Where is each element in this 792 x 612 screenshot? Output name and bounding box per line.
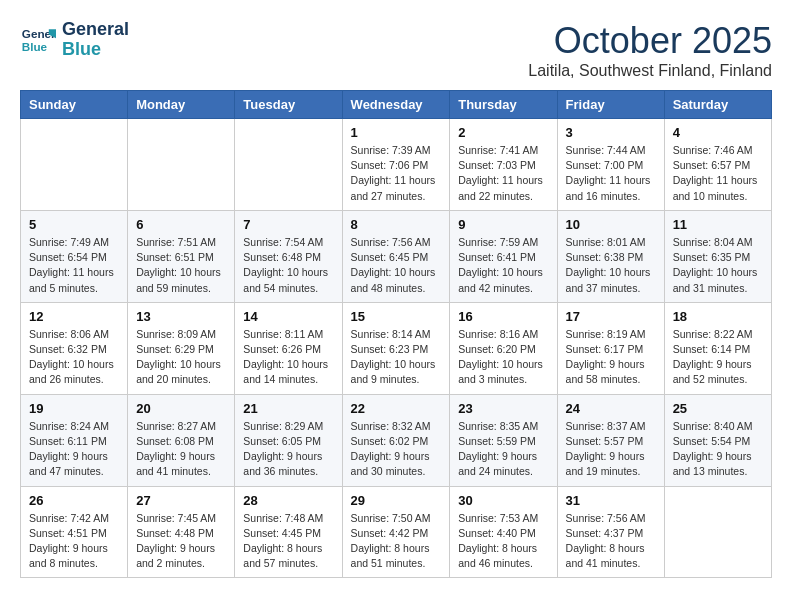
day-info: Sunrise: 7:44 AM Sunset: 7:00 PM Dayligh… xyxy=(566,143,656,204)
day-cell: 15Sunrise: 8:14 AM Sunset: 6:23 PM Dayli… xyxy=(342,302,450,394)
day-number: 24 xyxy=(566,401,656,416)
day-cell: 16Sunrise: 8:16 AM Sunset: 6:20 PM Dayli… xyxy=(450,302,557,394)
day-number: 11 xyxy=(673,217,763,232)
day-cell: 21Sunrise: 8:29 AM Sunset: 6:05 PM Dayli… xyxy=(235,394,342,486)
day-number: 4 xyxy=(673,125,763,140)
day-info: Sunrise: 7:50 AM Sunset: 4:42 PM Dayligh… xyxy=(351,511,442,572)
day-cell: 26Sunrise: 7:42 AM Sunset: 4:51 PM Dayli… xyxy=(21,486,128,578)
day-number: 3 xyxy=(566,125,656,140)
calendar-header-row: SundayMondayTuesdayWednesdayThursdayFrid… xyxy=(21,91,772,119)
day-number: 27 xyxy=(136,493,226,508)
day-number: 28 xyxy=(243,493,333,508)
day-info: Sunrise: 8:24 AM Sunset: 6:11 PM Dayligh… xyxy=(29,419,119,480)
svg-text:Blue: Blue xyxy=(22,40,48,53)
day-info: Sunrise: 8:37 AM Sunset: 5:57 PM Dayligh… xyxy=(566,419,656,480)
day-number: 26 xyxy=(29,493,119,508)
day-number: 14 xyxy=(243,309,333,324)
day-number: 16 xyxy=(458,309,548,324)
day-cell xyxy=(21,119,128,211)
day-cell: 9Sunrise: 7:59 AM Sunset: 6:41 PM Daylig… xyxy=(450,210,557,302)
day-info: Sunrise: 8:40 AM Sunset: 5:54 PM Dayligh… xyxy=(673,419,763,480)
logo-text-general: General xyxy=(62,20,129,40)
day-info: Sunrise: 7:56 AM Sunset: 6:45 PM Dayligh… xyxy=(351,235,442,296)
week-row-5: 26Sunrise: 7:42 AM Sunset: 4:51 PM Dayli… xyxy=(21,486,772,578)
day-info: Sunrise: 7:39 AM Sunset: 7:06 PM Dayligh… xyxy=(351,143,442,204)
day-number: 1 xyxy=(351,125,442,140)
day-info: Sunrise: 7:59 AM Sunset: 6:41 PM Dayligh… xyxy=(458,235,548,296)
day-info: Sunrise: 8:09 AM Sunset: 6:29 PM Dayligh… xyxy=(136,327,226,388)
day-info: Sunrise: 8:29 AM Sunset: 6:05 PM Dayligh… xyxy=(243,419,333,480)
day-cell: 5Sunrise: 7:49 AM Sunset: 6:54 PM Daylig… xyxy=(21,210,128,302)
header-thursday: Thursday xyxy=(450,91,557,119)
day-info: Sunrise: 8:22 AM Sunset: 6:14 PM Dayligh… xyxy=(673,327,763,388)
day-cell: 2Sunrise: 7:41 AM Sunset: 7:03 PM Daylig… xyxy=(450,119,557,211)
day-number: 29 xyxy=(351,493,442,508)
header-monday: Monday xyxy=(128,91,235,119)
day-info: Sunrise: 7:49 AM Sunset: 6:54 PM Dayligh… xyxy=(29,235,119,296)
header-wednesday: Wednesday xyxy=(342,91,450,119)
day-cell: 29Sunrise: 7:50 AM Sunset: 4:42 PM Dayli… xyxy=(342,486,450,578)
day-cell: 7Sunrise: 7:54 AM Sunset: 6:48 PM Daylig… xyxy=(235,210,342,302)
day-cell: 14Sunrise: 8:11 AM Sunset: 6:26 PM Dayli… xyxy=(235,302,342,394)
day-number: 10 xyxy=(566,217,656,232)
day-cell xyxy=(664,486,771,578)
day-cell: 10Sunrise: 8:01 AM Sunset: 6:38 PM Dayli… xyxy=(557,210,664,302)
day-number: 23 xyxy=(458,401,548,416)
day-info: Sunrise: 7:51 AM Sunset: 6:51 PM Dayligh… xyxy=(136,235,226,296)
week-row-4: 19Sunrise: 8:24 AM Sunset: 6:11 PM Dayli… xyxy=(21,394,772,486)
header-sunday: Sunday xyxy=(21,91,128,119)
day-info: Sunrise: 7:45 AM Sunset: 4:48 PM Dayligh… xyxy=(136,511,226,572)
day-number: 17 xyxy=(566,309,656,324)
day-number: 31 xyxy=(566,493,656,508)
day-number: 8 xyxy=(351,217,442,232)
logo: General Blue General Blue xyxy=(20,20,129,60)
day-info: Sunrise: 8:04 AM Sunset: 6:35 PM Dayligh… xyxy=(673,235,763,296)
day-cell: 6Sunrise: 7:51 AM Sunset: 6:51 PM Daylig… xyxy=(128,210,235,302)
day-cell xyxy=(235,119,342,211)
day-info: Sunrise: 7:53 AM Sunset: 4:40 PM Dayligh… xyxy=(458,511,548,572)
day-cell: 30Sunrise: 7:53 AM Sunset: 4:40 PM Dayli… xyxy=(450,486,557,578)
week-row-2: 5Sunrise: 7:49 AM Sunset: 6:54 PM Daylig… xyxy=(21,210,772,302)
day-cell: 28Sunrise: 7:48 AM Sunset: 4:45 PM Dayli… xyxy=(235,486,342,578)
day-number: 15 xyxy=(351,309,442,324)
day-info: Sunrise: 8:01 AM Sunset: 6:38 PM Dayligh… xyxy=(566,235,656,296)
day-cell: 12Sunrise: 8:06 AM Sunset: 6:32 PM Dayli… xyxy=(21,302,128,394)
day-cell: 3Sunrise: 7:44 AM Sunset: 7:00 PM Daylig… xyxy=(557,119,664,211)
day-cell: 22Sunrise: 8:32 AM Sunset: 6:02 PM Dayli… xyxy=(342,394,450,486)
day-cell: 11Sunrise: 8:04 AM Sunset: 6:35 PM Dayli… xyxy=(664,210,771,302)
day-cell: 19Sunrise: 8:24 AM Sunset: 6:11 PM Dayli… xyxy=(21,394,128,486)
day-info: Sunrise: 7:41 AM Sunset: 7:03 PM Dayligh… xyxy=(458,143,548,204)
day-info: Sunrise: 7:54 AM Sunset: 6:48 PM Dayligh… xyxy=(243,235,333,296)
day-info: Sunrise: 7:48 AM Sunset: 4:45 PM Dayligh… xyxy=(243,511,333,572)
day-number: 21 xyxy=(243,401,333,416)
day-number: 25 xyxy=(673,401,763,416)
page-header: General Blue General Blue October 2025 L… xyxy=(20,20,772,80)
day-number: 5 xyxy=(29,217,119,232)
day-number: 30 xyxy=(458,493,548,508)
day-info: Sunrise: 7:42 AM Sunset: 4:51 PM Dayligh… xyxy=(29,511,119,572)
day-cell: 18Sunrise: 8:22 AM Sunset: 6:14 PM Dayli… xyxy=(664,302,771,394)
day-cell: 27Sunrise: 7:45 AM Sunset: 4:48 PM Dayli… xyxy=(128,486,235,578)
day-cell: 23Sunrise: 8:35 AM Sunset: 5:59 PM Dayli… xyxy=(450,394,557,486)
day-cell: 17Sunrise: 8:19 AM Sunset: 6:17 PM Dayli… xyxy=(557,302,664,394)
day-info: Sunrise: 8:14 AM Sunset: 6:23 PM Dayligh… xyxy=(351,327,442,388)
day-number: 13 xyxy=(136,309,226,324)
header-friday: Friday xyxy=(557,91,664,119)
day-cell: 24Sunrise: 8:37 AM Sunset: 5:57 PM Dayli… xyxy=(557,394,664,486)
day-cell: 1Sunrise: 7:39 AM Sunset: 7:06 PM Daylig… xyxy=(342,119,450,211)
week-row-1: 1Sunrise: 7:39 AM Sunset: 7:06 PM Daylig… xyxy=(21,119,772,211)
day-cell: 20Sunrise: 8:27 AM Sunset: 6:08 PM Dayli… xyxy=(128,394,235,486)
day-cell: 13Sunrise: 8:09 AM Sunset: 6:29 PM Dayli… xyxy=(128,302,235,394)
calendar-table: SundayMondayTuesdayWednesdayThursdayFrid… xyxy=(20,90,772,578)
day-info: Sunrise: 8:35 AM Sunset: 5:59 PM Dayligh… xyxy=(458,419,548,480)
day-number: 22 xyxy=(351,401,442,416)
day-cell xyxy=(128,119,235,211)
title-block: October 2025 Laitila, Southwest Finland,… xyxy=(528,20,772,80)
day-number: 2 xyxy=(458,125,548,140)
day-info: Sunrise: 8:06 AM Sunset: 6:32 PM Dayligh… xyxy=(29,327,119,388)
day-number: 6 xyxy=(136,217,226,232)
day-info: Sunrise: 8:27 AM Sunset: 6:08 PM Dayligh… xyxy=(136,419,226,480)
day-info: Sunrise: 8:16 AM Sunset: 6:20 PM Dayligh… xyxy=(458,327,548,388)
day-number: 7 xyxy=(243,217,333,232)
day-number: 19 xyxy=(29,401,119,416)
